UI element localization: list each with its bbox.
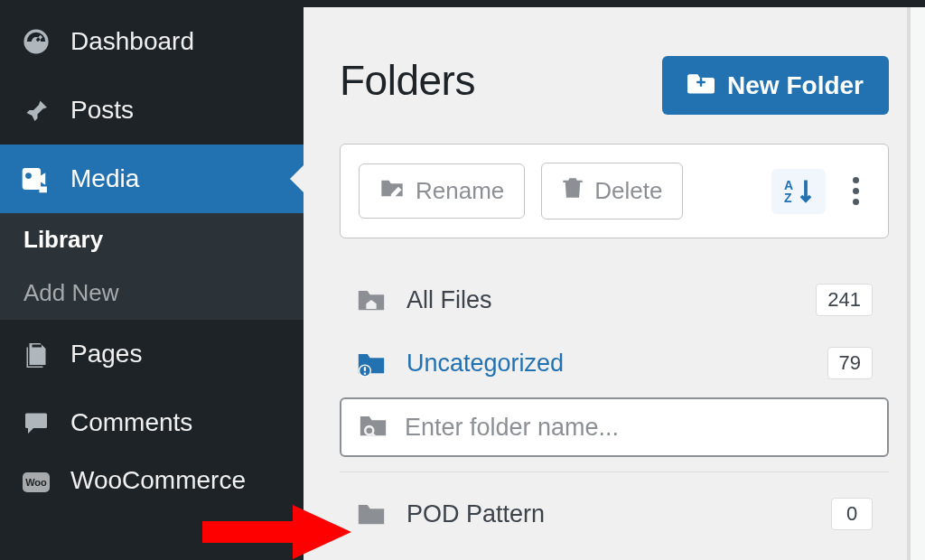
pages-icon — [20, 338, 52, 370]
dot-icon — [853, 177, 859, 183]
sidebar-item-label: WooCommerce — [70, 466, 284, 495]
folder-icon — [356, 499, 388, 528]
panel-header: Folders New Folder — [340, 56, 889, 115]
woocommerce-icon: Woo — [20, 466, 52, 499]
arrow-down-icon — [799, 178, 813, 205]
folder-search-icon — [358, 412, 388, 443]
sidebar-item-dashboard[interactable]: Dashboard — [0, 7, 304, 76]
svg-rect-6 — [364, 367, 366, 371]
folder-toolbar: Rename Delete AZ — [340, 144, 889, 238]
delete-button[interactable]: Delete — [541, 163, 683, 219]
sidebar-item-woocommerce[interactable]: Woo WooCommerce — [0, 457, 304, 493]
sidebar-item-label: Pages — [70, 340, 284, 369]
panel-edge — [907, 7, 925, 560]
admin-topbar — [0, 0, 925, 7]
sidebar-item-label: Comments — [70, 408, 284, 437]
panel-title: Folders — [340, 56, 475, 105]
rename-button[interactable]: Rename — [359, 163, 525, 219]
sort-az-button[interactable]: AZ — [771, 169, 826, 214]
sort-az-icon: AZ — [784, 179, 793, 204]
folder-label: POD Pattern — [406, 500, 813, 528]
folder-count: 79 — [827, 347, 873, 379]
folder-search-input[interactable] — [405, 414, 871, 442]
sidebar-sub-add-new[interactable]: Add New — [0, 266, 304, 320]
dot-icon — [853, 188, 859, 194]
folder-edit-icon — [379, 177, 405, 205]
sidebar-item-pages[interactable]: Pages — [0, 320, 304, 388]
more-menu-button[interactable] — [842, 170, 870, 212]
dot-icon — [853, 199, 859, 205]
trash-icon — [562, 176, 584, 206]
sidebar-item-posts[interactable]: Posts — [0, 76, 304, 145]
sidebar-item-media[interactable]: Media — [0, 145, 304, 213]
folder-alert-icon — [356, 349, 388, 378]
divider — [340, 471, 889, 472]
sidebar-item-label: Dashboard — [70, 27, 284, 56]
app-layout: Dashboard Posts Media Library Add New Pa… — [0, 7, 925, 560]
svg-text:Woo: Woo — [25, 477, 47, 488]
folder-count: 0 — [831, 498, 873, 530]
pin-icon — [20, 94, 52, 126]
button-label: Delete — [594, 177, 662, 205]
svg-rect-7 — [364, 372, 366, 374]
admin-sidebar: Dashboard Posts Media Library Add New Pa… — [0, 7, 304, 560]
svg-rect-3 — [700, 78, 703, 87]
dashboard-icon — [20, 25, 52, 58]
folder-label: Uncategorized — [406, 350, 809, 378]
folder-search[interactable] — [340, 397, 889, 457]
button-label: New Folder — [727, 71, 864, 100]
sidebar-item-comments[interactable]: Comments — [0, 388, 304, 457]
new-folder-button[interactable]: New Folder — [662, 56, 889, 115]
folder-uncategorized[interactable]: Uncategorized 79 — [340, 334, 889, 392]
folder-plus-icon — [687, 70, 715, 100]
folder-label: All Files — [406, 286, 798, 314]
media-icon — [20, 163, 52, 195]
folders-panel: Folders New Folder Rename Delete — [304, 7, 925, 560]
sidebar-item-label: Media — [70, 164, 284, 193]
home-folder-icon — [356, 285, 388, 314]
sidebar-item-label: Posts — [70, 96, 284, 125]
folder-count: 241 — [816, 284, 873, 316]
comments-icon — [20, 406, 52, 439]
button-label: Rename — [416, 177, 504, 205]
folder-pod-pattern[interactable]: POD Pattern 0 — [340, 485, 889, 543]
sidebar-sub-library[interactable]: Library — [0, 213, 304, 266]
folder-all-files[interactable]: All Files 241 — [340, 271, 889, 329]
